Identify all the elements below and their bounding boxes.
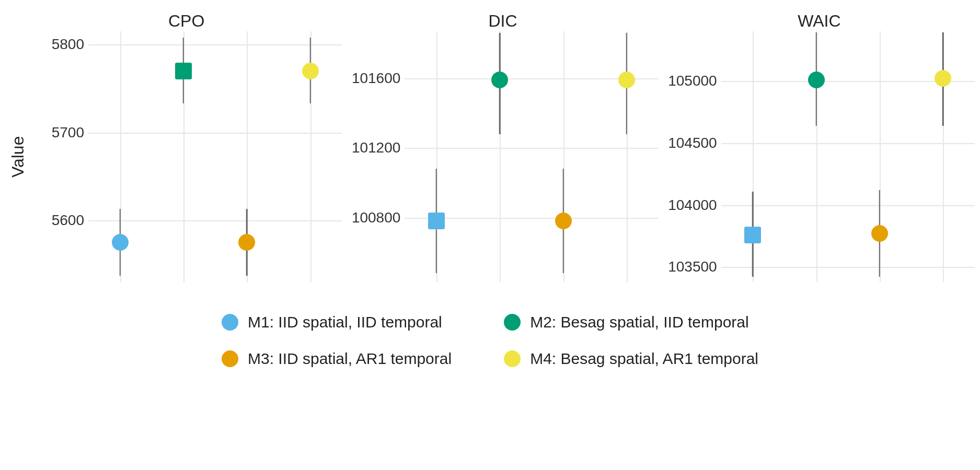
panel-waic: WAIC103500104000104500105000 [664, 10, 975, 282]
point-m3 [555, 213, 572, 229]
point-m4 [935, 70, 951, 87]
y-tick-label: 105000 [668, 73, 717, 89]
point-m1 [428, 213, 445, 229]
y-ticks: 100800101200101600 [347, 31, 405, 282]
point-m1 [744, 227, 761, 243]
model-criteria-chart: Value CPO560057005800DIC1008001012001016… [5, 10, 975, 368]
legend-label: M1: IID spatial, IID temporal [248, 313, 442, 331]
gridline-h [721, 205, 975, 206]
panel-title: CPO [31, 10, 342, 31]
y-ticks: 560057005800 [31, 31, 88, 282]
legend-dot-icon [504, 314, 521, 331]
panel-title: WAIC [664, 10, 975, 31]
legend-item-m2: M2: Besag spatial, IID temporal [504, 313, 758, 331]
y-tick-label: 101200 [352, 139, 400, 156]
legend-item-m1: M1: IID spatial, IID temporal [222, 313, 452, 331]
y-tick-label: 5600 [52, 212, 84, 229]
plot-area [405, 31, 658, 282]
gridline-h [721, 267, 975, 268]
legend-item-m4: M4: Besag spatial, AR1 temporal [504, 350, 758, 368]
y-tick-label: 103500 [668, 258, 717, 275]
panel-dic: DIC100800101200101600 [347, 10, 658, 282]
point-m4 [618, 72, 635, 88]
panel-title: DIC [347, 10, 658, 31]
point-m4 [302, 63, 319, 79]
panel-body: 103500104000104500105000 [664, 31, 975, 282]
legend-label: M2: Besag spatial, IID temporal [530, 313, 749, 331]
panels-row: Value CPO560057005800DIC1008001012001016… [5, 10, 975, 282]
gridline-h [88, 220, 342, 221]
point-m2 [175, 63, 192, 79]
legend-label: M4: Besag spatial, AR1 temporal [530, 350, 758, 368]
point-m2 [808, 72, 825, 88]
y-ticks: 103500104000104500105000 [664, 31, 721, 282]
legend: M1: IID spatial, IID temporalM2: Besag s… [222, 313, 758, 368]
y-tick-label: 100800 [352, 209, 400, 226]
panel-body: 560057005800 [31, 31, 342, 282]
panel-group: CPO560057005800DIC100800101200101600WAIC… [31, 10, 975, 282]
legend-dot-icon [222, 350, 238, 367]
gridline-h [88, 133, 342, 134]
plot-area [721, 31, 975, 282]
legend-dot-icon [504, 350, 521, 367]
y-axis-title: Value [5, 31, 31, 282]
y-tick-label: 5800 [52, 36, 84, 53]
y-tick-label: 104000 [668, 197, 717, 214]
y-tick-label: 5700 [52, 124, 84, 141]
point-m3 [871, 225, 888, 242]
point-m1 [112, 234, 129, 251]
plot-area [88, 31, 342, 282]
legend-dot-icon [222, 314, 238, 331]
point-m2 [491, 72, 508, 88]
point-m3 [238, 234, 255, 251]
legend-label: M3: IID spatial, AR1 temporal [248, 350, 452, 368]
panel-body: 100800101200101600 [347, 31, 658, 282]
gridline-h [88, 44, 342, 45]
legend-item-m3: M3: IID spatial, AR1 temporal [222, 350, 452, 368]
y-tick-label: 104500 [668, 135, 717, 151]
gridline-h [721, 143, 975, 144]
panel-cpo: CPO560057005800 [31, 10, 342, 282]
y-tick-label: 101600 [352, 70, 400, 87]
gridline-h [405, 148, 658, 149]
